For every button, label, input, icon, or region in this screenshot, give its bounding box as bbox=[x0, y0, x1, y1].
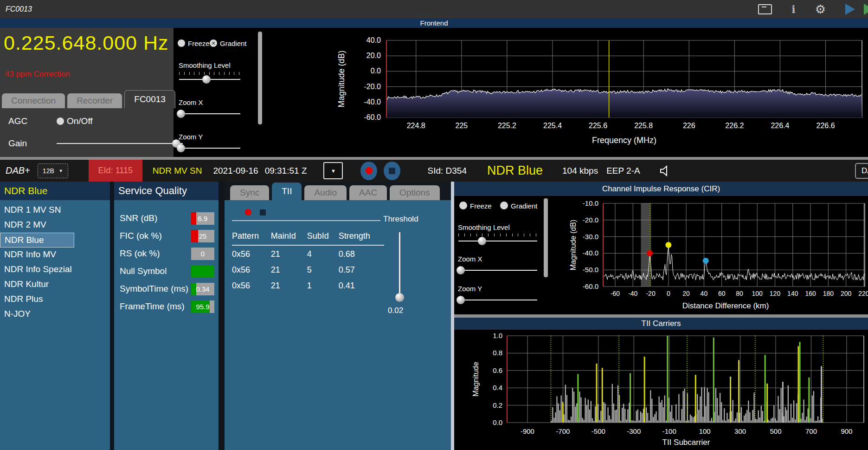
tab-options[interactable]: Options bbox=[390, 185, 439, 200]
quality-header: Service Quality bbox=[114, 182, 219, 200]
table-row[interactable]: 0x562140.68 bbox=[232, 245, 384, 261]
tii-carriers-section: TII Carriers 1.00.80.60.40.20.0-900-700-… bbox=[454, 318, 868, 450]
table-row[interactable]: 0x562150.57 bbox=[232, 261, 384, 277]
service-list-item[interactable]: NDR 2 MV bbox=[0, 218, 110, 233]
quality-label: RS (ok %) bbox=[120, 248, 160, 259]
service-list-item[interactable]: NDR Info MV bbox=[0, 248, 110, 262]
cir-gradient-label: Gradient bbox=[511, 202, 538, 210]
cir-freeze-label: Freeze bbox=[470, 202, 492, 210]
quality-label: FrameTime (ms) bbox=[120, 301, 185, 312]
threshold-value: 0.02 bbox=[388, 306, 403, 315]
stop-indicator-icon[interactable] bbox=[260, 209, 266, 215]
quality-bar: 6.9 bbox=[191, 212, 214, 225]
play-icon[interactable] bbox=[845, 4, 855, 15]
threshold-slider-handle[interactable] bbox=[395, 293, 404, 302]
tab-tii[interactable]: TII bbox=[272, 183, 302, 200]
tab-audio[interactable]: Audio bbox=[304, 185, 347, 200]
svg-text:140: 140 bbox=[787, 290, 798, 297]
service-list-item[interactable]: NDR Plus bbox=[0, 292, 110, 307]
tab-fc0013[interactable]: FC0013 bbox=[124, 90, 175, 108]
svg-text:-700: -700 bbox=[556, 427, 570, 435]
tii-col-header: SubId bbox=[307, 230, 339, 245]
quality-value: 0.34 bbox=[191, 283, 214, 295]
time: 09:31:51 Z bbox=[265, 166, 307, 176]
quality-value: 25 bbox=[191, 230, 214, 242]
channel-select[interactable]: 12B ▼ bbox=[38, 163, 68, 178]
cir-controls-scrollbar[interactable] bbox=[544, 198, 548, 277]
agc-label: AGC bbox=[8, 116, 57, 126]
svg-text:-30.0: -30.0 bbox=[583, 233, 598, 241]
tab-connection[interactable]: Connection bbox=[2, 93, 65, 108]
svg-text:225.4: 225.4 bbox=[543, 122, 562, 130]
tab-aac[interactable]: AAC bbox=[349, 185, 387, 200]
vertical-divider bbox=[451, 182, 454, 450]
quality-value: 95.9 bbox=[191, 300, 214, 313]
quality-row: FrameTime (ms)95.9 bbox=[114, 298, 219, 315]
svg-text:0.6: 0.6 bbox=[493, 366, 502, 374]
quality-label: FIC (ok %) bbox=[120, 231, 162, 241]
svg-text:Magnitude: Magnitude bbox=[472, 362, 480, 397]
svg-text:40.0: 40.0 bbox=[366, 36, 381, 44]
svg-text:-20.0: -20.0 bbox=[364, 83, 381, 91]
chevron-down-icon: ▼ bbox=[331, 168, 336, 174]
cir-smoothing-slider[interactable] bbox=[458, 237, 537, 245]
threshold-slider[interactable] bbox=[399, 232, 400, 295]
record-indicator-icon[interactable] bbox=[245, 209, 251, 215]
speaker-icon[interactable] bbox=[659, 165, 671, 177]
quality-row: SymbolTime (ms)0.34 bbox=[114, 280, 219, 298]
service-list-item[interactable]: NDR Kultur bbox=[0, 277, 110, 292]
cir-tii-divider bbox=[454, 314, 868, 318]
svg-text:300: 300 bbox=[734, 427, 746, 435]
table-row[interactable]: 0x562110.41 bbox=[232, 277, 384, 293]
svg-text:226.4: 226.4 bbox=[771, 122, 789, 130]
window-layout-icon[interactable] bbox=[758, 4, 772, 14]
quality-row: Null Symbol bbox=[114, 262, 219, 280]
svg-text:-60: -60 bbox=[611, 290, 620, 297]
svg-text:225.8: 225.8 bbox=[634, 122, 653, 130]
bottom-section: NDR Blue NDR 1 MV SNNDR 2 MVNDR BlueNDR … bbox=[0, 182, 868, 450]
cir-zoomy-slider[interactable] bbox=[458, 296, 537, 304]
stop-button[interactable] bbox=[384, 162, 400, 180]
top-section: 0.225.648.000 Hz 43 ppm Correction Conne… bbox=[0, 28, 868, 157]
cir-zoomx-slider[interactable] bbox=[458, 266, 537, 274]
tab-recorder[interactable]: Recorder bbox=[67, 93, 122, 108]
tuner-panel: 0.225.648.000 Hz 43 ppm Correction Conne… bbox=[0, 28, 174, 157]
agc-radio[interactable] bbox=[57, 117, 64, 125]
agc-row: AGC On/Off bbox=[8, 116, 93, 126]
chevron-down-icon: ▼ bbox=[59, 169, 63, 173]
quality-row: RS (ok %)0 bbox=[114, 245, 219, 262]
cir-freeze-radio[interactable] bbox=[459, 202, 467, 209]
timestamp: 2021-09-16 09:31:51 Z bbox=[213, 166, 307, 176]
cir-gradient-radio[interactable] bbox=[500, 202, 508, 209]
record-button[interactable] bbox=[360, 162, 377, 180]
current-service-name: NDR Blue bbox=[487, 163, 543, 178]
quality-label: SNR (dB) bbox=[120, 213, 157, 223]
svg-text:160: 160 bbox=[805, 290, 816, 297]
service-list-item[interactable]: NDR 1 MV SN bbox=[0, 203, 110, 218]
quality-bar: 0.34 bbox=[191, 283, 214, 295]
svg-text:-10.0: -10.0 bbox=[583, 199, 598, 207]
play-green-icon[interactable] bbox=[864, 4, 868, 15]
svg-text:0.2: 0.2 bbox=[493, 401, 502, 409]
info-icon[interactable]: i bbox=[791, 4, 795, 14]
gain-slider[interactable] bbox=[57, 139, 183, 148]
window-title: FC0013 bbox=[6, 5, 32, 13]
tab-sync[interactable]: Sync bbox=[230, 185, 269, 200]
svg-text:0.8: 0.8 bbox=[493, 349, 502, 357]
svg-text:100: 100 bbox=[699, 427, 711, 435]
service-list-item[interactable]: NDR Blue bbox=[0, 233, 74, 248]
service-list: NDR 1 MV SNNDR 2 MVNDR BlueNDR Info MVND… bbox=[0, 200, 110, 450]
bitrate: 104 kbps bbox=[562, 166, 598, 176]
quality-label: SymbolTime (ms) bbox=[120, 284, 188, 294]
svg-text:0.0: 0.0 bbox=[371, 67, 381, 75]
dab-mode-button[interactable]: DAB bbox=[855, 163, 868, 179]
title-bar: FC0013 i ⚙ bbox=[0, 0, 868, 18]
dropdown-button[interactable]: ▼ bbox=[323, 162, 343, 179]
ensemble-id-badge: EId: 1115 bbox=[89, 160, 142, 182]
settings-gear-icon[interactable]: ⚙ bbox=[815, 3, 826, 15]
svg-text:225: 225 bbox=[455, 122, 468, 130]
frontend-spectrum-chart: 40.020.00.0-20.0-40.0-60.0224.8225225.22… bbox=[174, 28, 868, 157]
service-list-item[interactable]: NDR Info Spezial bbox=[0, 262, 110, 277]
service-list-item[interactable]: N-JOY bbox=[0, 307, 110, 322]
stop-icon bbox=[389, 168, 395, 174]
